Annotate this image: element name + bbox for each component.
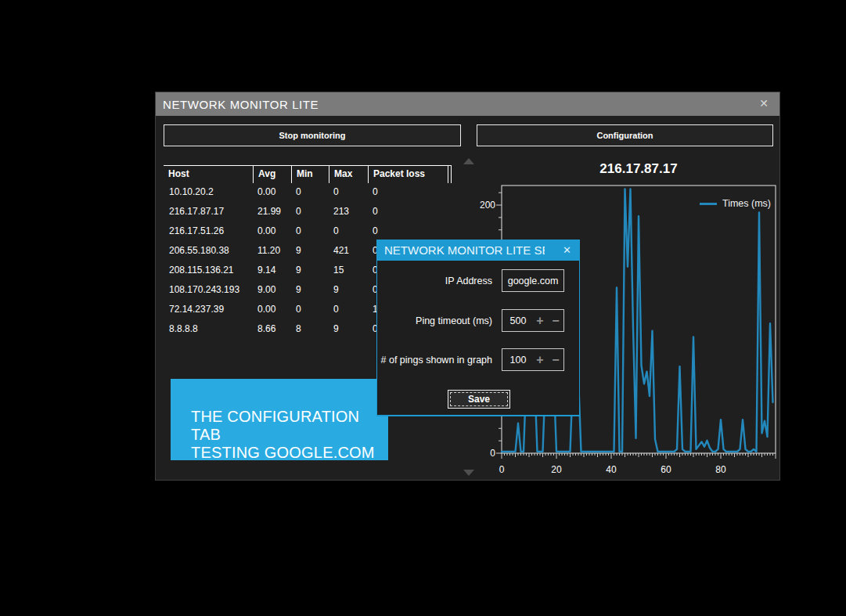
table-cell-min: 9	[291, 261, 329, 280]
scroll-up-arrow-icon[interactable]	[463, 158, 474, 164]
column-header-max[interactable]: Max	[329, 166, 368, 183]
scroll-down-arrow-icon[interactable]	[463, 470, 474, 476]
table-cell-avg: 0.00	[253, 222, 291, 241]
table-cell-host: 208.115.136.21	[164, 261, 253, 280]
table-cell-avg: 8.66	[253, 319, 291, 339]
window-title: NETWORK MONITOR LITE	[156, 98, 319, 111]
table-cell-min: 0	[291, 182, 329, 202]
x-axis-tick-label: 80	[709, 464, 733, 475]
dialog-titlebar[interactable]: NETWORK MONITOR LITE SE... ✕	[376, 240, 580, 261]
network-monitor-window: NETWORK MONITOR LITE ✕ Stop monitoring C…	[155, 92, 780, 481]
column-header-avg[interactable]: Avg	[253, 166, 291, 183]
table-cell-avg: 9.14	[253, 261, 291, 280]
ping-timeout-stepper[interactable]: 500 + −	[502, 309, 564, 332]
table-cell-max: 421	[329, 241, 368, 261]
table-cell-host: 216.17.87.17	[164, 202, 253, 222]
window-titlebar[interactable]: NETWORK MONITOR LITE ✕	[156, 92, 779, 116]
chart-legend: Times (ms)	[700, 198, 771, 209]
table-cell-max: 0	[329, 222, 368, 241]
table-row[interactable]: 216.17.87.1721.9902130	[164, 202, 452, 222]
table-cell-min: 9	[291, 280, 329, 300]
dialog-close-icon[interactable]: ✕	[563, 244, 571, 256]
decrement-icon[interactable]: −	[548, 310, 563, 331]
table-cell-host: 72.14.237.39	[164, 300, 253, 319]
y-axis-tick-label: 0	[464, 448, 495, 459]
save-button[interactable]: Save	[448, 390, 510, 409]
column-header-packet-loss[interactable]: Packet loss	[368, 166, 448, 183]
x-axis-tick-label: 20	[545, 464, 568, 475]
legend-label: Times (ms)	[722, 198, 771, 209]
table-cell-max: 213	[329, 202, 368, 222]
pings-shown-value: 100	[502, 355, 532, 366]
y-axis-tick-label: 200	[464, 200, 495, 211]
increment-icon[interactable]: +	[532, 349, 548, 370]
stop-monitoring-button[interactable]: Stop monitoring	[164, 124, 461, 146]
table-cell-max: 0	[329, 182, 368, 202]
table-cell-min: 0	[291, 300, 329, 319]
table-cell-min: 8	[291, 319, 329, 339]
window-close-icon[interactable]: ✕	[759, 97, 769, 110]
ip-address-label: IP Address	[377, 276, 492, 287]
table-cell-avg: 11.20	[253, 241, 291, 261]
ping-timeout-value: 500	[502, 315, 532, 326]
table-cell-host: 8.8.8.8	[164, 319, 253, 339]
table-cell-min: 0	[291, 222, 329, 241]
table-cell-avg: 9.00	[253, 280, 291, 300]
table-row[interactable]: 10.10.20.20.00000	[164, 182, 452, 202]
table-row[interactable]: 216.17.51.260.00000	[164, 222, 452, 241]
increment-icon[interactable]: +	[532, 310, 548, 331]
table-cell-avg: 0.00	[253, 182, 291, 202]
pings-shown-label: # of pings shown in graph	[377, 355, 492, 366]
table-cell-loss: 0	[368, 202, 448, 222]
table-cell-max: 15	[329, 261, 368, 280]
desktop-background: NETWORK MONITOR LITE ✕ Stop monitoring C…	[0, 0, 846, 616]
table-cell-avg: 0.00	[253, 300, 291, 319]
table-cell-host: 216.17.51.26	[164, 222, 253, 241]
banner-line2: TESTING GOOGLE.COM	[191, 444, 388, 462]
table-cell-host: 10.10.20.2	[164, 182, 253, 202]
ip-address-input[interactable]: google.com	[502, 269, 564, 292]
decrement-icon[interactable]: −	[548, 349, 563, 370]
legend-line-swatch	[700, 203, 717, 205]
column-header-min[interactable]: Min	[291, 166, 329, 183]
x-axis-tick-label: 0	[490, 464, 513, 475]
header-end-divider	[448, 166, 452, 183]
settings-dialog: NETWORK MONITOR LITE SE... ✕ IP Address …	[376, 240, 580, 416]
table-cell-max: 0	[329, 300, 368, 319]
column-header-host[interactable]: Host	[164, 166, 253, 183]
chart-title: 216.17.87.17	[502, 161, 776, 177]
banner-line1: THE CONFIGURATION TAB	[191, 408, 388, 444]
table-header: HostAvgMinMaxPacket loss	[164, 165, 452, 182]
table-cell-max: 9	[329, 280, 368, 300]
table-cell-loss: 0	[368, 222, 448, 241]
ping-timeout-label: Ping timeout (ms)	[377, 315, 492, 327]
x-axis-tick-label: 60	[654, 464, 678, 475]
table-cell-loss: 0	[368, 182, 448, 202]
ip-address-value: google.com	[508, 276, 559, 286]
configuration-banner: THE CONFIGURATION TAB TESTING GOOGLE.COM	[171, 379, 388, 460]
table-cell-min: 9	[291, 241, 329, 261]
table-cell-host: 206.55.180.38	[164, 241, 253, 261]
table-cell-host: 108.170.243.193	[164, 280, 253, 300]
x-axis-tick-label: 40	[599, 464, 623, 475]
table-cell-max: 9	[329, 319, 368, 339]
table-cell-avg: 21.99	[253, 202, 291, 222]
pings-shown-stepper[interactable]: 100 + −	[502, 348, 564, 371]
dialog-title: NETWORK MONITOR LITE SE...	[376, 243, 545, 257]
table-cell-min: 0	[291, 202, 329, 222]
configuration-button[interactable]: Configuration	[477, 124, 773, 146]
